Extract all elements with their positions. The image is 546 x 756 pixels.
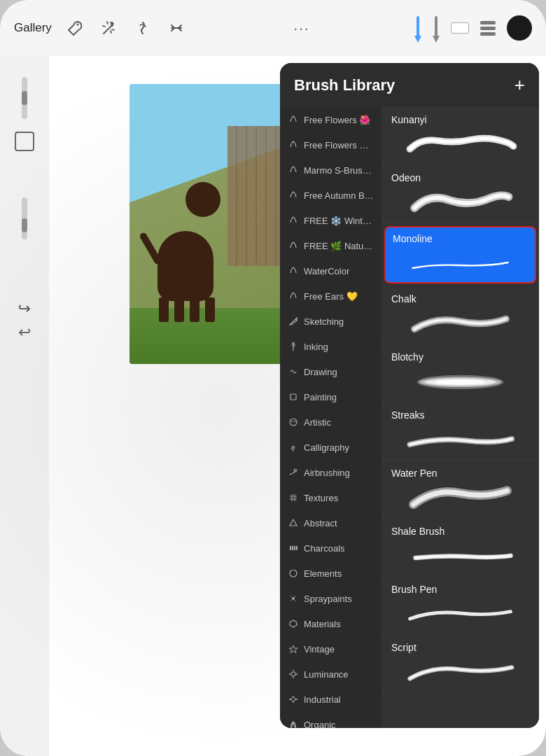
category-item-painting[interactable]: Painting <box>280 384 382 410</box>
svg-rect-12 <box>296 546 298 550</box>
svg-rect-9 <box>290 546 291 550</box>
category-icon <box>287 592 300 605</box>
category-icon <box>287 542 300 554</box>
brush-item-chalk[interactable]: Chalk <box>382 286 539 344</box>
category-icon <box>287 517 300 529</box>
category-item-free-autumn[interactable]: Free Autumn Brushes... <box>280 183 382 208</box>
category-item-free-flowers-v2[interactable]: Free Flowers 🌺 V.2 <box>280 132 382 158</box>
brush-item-brush-pen[interactable]: Brush Pen <box>382 577 539 635</box>
brush-name-script: Script <box>391 642 529 653</box>
svg-point-18 <box>295 600 296 601</box>
category-item-calligraphy[interactable]: Calligraphy <box>280 435 382 460</box>
category-icon <box>287 340 300 353</box>
category-label: Abstract <box>304 518 337 528</box>
brush-name-shale-brush: Shale Brush <box>391 526 529 537</box>
brush-name-blotchy: Blotchy <box>391 351 529 363</box>
category-label: Artistic <box>304 417 331 428</box>
category-item-inking[interactable]: Inking <box>280 334 382 359</box>
brush-item-shale-brush[interactable]: Shale Brush <box>382 519 539 577</box>
category-label: Vintage <box>304 644 335 654</box>
category-item-free-nature[interactable]: FREE 🌿 Nature... <box>280 233 382 258</box>
brush-item-blotchy[interactable]: Blotchy <box>382 344 539 402</box>
brush-item-odeon[interactable]: Odeon <box>382 165 539 223</box>
category-item-drawing[interactable]: Drawing <box>280 359 382 384</box>
category-item-textures[interactable]: Textures <box>280 485 382 510</box>
wrench-icon[interactable] <box>63 15 88 41</box>
brush-stroke-chalk <box>391 309 529 337</box>
brush-item-script[interactable]: Script <box>382 635 539 693</box>
category-item-elements[interactable]: Elements <box>280 561 382 586</box>
category-item-free-flowers[interactable]: Free Flowers 🌺 <box>280 107 382 132</box>
category-item-industrial[interactable]: Industrial <box>280 687 382 712</box>
category-icon <box>287 617 300 630</box>
category-label: Painting <box>304 392 337 402</box>
category-item-organic[interactable]: Organic <box>280 712 382 728</box>
toolbar-center: ··· <box>189 20 414 36</box>
brush-size-slider[interactable] <box>22 77 27 119</box>
category-label: Free Flowers 🌺 V.2 <box>304 140 374 150</box>
category-label: Spraypaints <box>304 594 352 604</box>
gallery-button[interactable]: Gallery <box>14 21 52 35</box>
svg-point-23 <box>291 672 295 676</box>
ipad-frame: Gallery <box>0 0 546 756</box>
svg-point-14 <box>292 597 295 600</box>
brush-item-water-pen[interactable]: Water Pen <box>382 461 539 519</box>
category-item-airbrushing[interactable]: Airbrushing <box>280 460 382 485</box>
category-label: Elements <box>304 568 342 579</box>
category-item-spraypaints[interactable]: Spraypaints <box>280 586 382 611</box>
eraser-tool-button[interactable] <box>451 22 469 34</box>
category-icon <box>287 693 300 706</box>
category-label: Luminance <box>304 669 349 680</box>
category-item-vintage[interactable]: Vintage <box>280 636 382 662</box>
brush-stroke-brush-pen <box>391 599 529 627</box>
category-icon <box>287 491 300 504</box>
brush-item-kunanyi[interactable]: Kunanyi <box>382 107 539 165</box>
category-label: Free Ears 💛 <box>304 291 358 302</box>
category-item-luminance[interactable]: Luminance <box>280 662 382 687</box>
brush-list: Kunanyi Odeon <box>382 107 539 728</box>
category-item-charcoals[interactable]: Charcoals <box>280 536 382 561</box>
svg-point-5 <box>291 421 293 422</box>
category-icon <box>287 718 300 728</box>
svg-marker-8 <box>290 519 297 526</box>
category-label: Airbrushing <box>304 468 350 478</box>
category-label: Calligraphy <box>304 442 349 453</box>
category-item-artistic[interactable]: Artistic <box>280 410 382 435</box>
category-icon <box>287 441 300 454</box>
add-brush-button[interactable]: + <box>514 74 525 96</box>
color-picker-button[interactable] <box>507 15 532 41</box>
svg-point-13 <box>290 570 297 577</box>
undo-button[interactable]: ↩ <box>18 300 31 318</box>
brush-item-streaks[interactable]: Streaks <box>382 402 539 461</box>
brush-stroke-water-pen <box>391 483 529 511</box>
category-item-marmo[interactable]: Marmo S-Brush Pack <box>280 158 382 183</box>
brush-stroke-script <box>391 657 529 685</box>
category-icon <box>287 668 300 680</box>
category-icon <box>287 265 300 277</box>
category-item-materials[interactable]: Materials <box>280 611 382 636</box>
category-item-sketching[interactable]: Sketching <box>280 309 382 334</box>
pen-tool-button[interactable] <box>414 16 421 43</box>
category-icon <box>287 466 300 479</box>
category-label: Sketching <box>304 316 344 327</box>
brush-item-monoline[interactable]: Monoline <box>384 226 536 284</box>
category-item-free-ears[interactable]: Free Ears 💛 <box>280 284 382 309</box>
magic-icon[interactable] <box>97 15 122 41</box>
category-label: FREE ❄️ Winter N... <box>304 216 374 226</box>
brush-name-monoline: Monoline <box>393 233 528 244</box>
category-item-abstract[interactable]: Abstract <box>280 510 382 536</box>
category-item-free-winter[interactable]: FREE ❄️ Winter N... <box>280 208 382 233</box>
category-icon <box>287 290 300 302</box>
category-icon <box>287 239 300 252</box>
smudge-tool-button[interactable] <box>433 16 440 43</box>
smudge-icon[interactable] <box>130 15 155 41</box>
brush-stroke-kunanyi <box>391 130 529 158</box>
svg-rect-11 <box>294 546 295 550</box>
opacity-slider[interactable] <box>22 197 27 239</box>
category-label: Textures <box>304 493 338 503</box>
layers-button[interactable] <box>480 21 496 36</box>
more-options[interactable]: ··· <box>294 20 310 36</box>
category-item-watercolor[interactable]: WaterColor <box>280 258 382 284</box>
svg-point-15 <box>290 596 292 597</box>
transform-icon[interactable] <box>164 15 189 41</box>
